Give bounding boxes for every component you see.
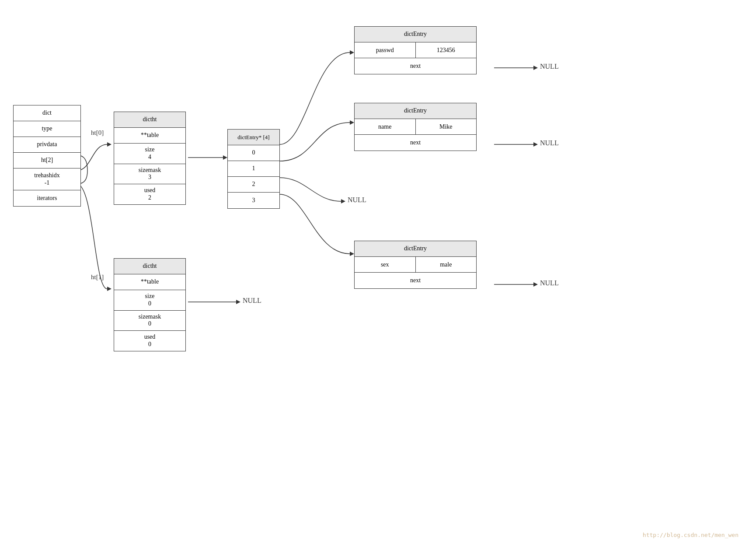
entry-passwd-kv: passwd 123456 [355,42,476,58]
ht1-header: dictht [114,259,185,274]
dict-cell-dict: dict [14,105,80,121]
entry-name-key: name [355,119,416,134]
ht1-sizemask: sizemask0 [114,311,185,331]
svg-marker-8 [341,199,345,203]
ht0-table: **table [114,128,185,144]
svg-marker-15 [533,282,538,287]
svg-marker-13 [533,142,538,147]
svg-marker-7 [350,120,354,125]
svg-marker-11 [533,66,538,70]
ht1-table-null: NULL [243,297,261,305]
array-box: dictEntry* [4] 0 1 2 3 [227,129,280,209]
entry-sex-key: sex [355,257,416,272]
array-2: 2 [228,177,279,193]
array-3: 3 [228,193,279,208]
entry-sex-header: dictEntry [355,241,476,257]
entry-passwd-box: dictEntry passwd 123456 next [354,26,477,74]
array2-null: NULL [348,196,366,204]
entry-name-next: next [355,135,476,151]
ht0-header: dictht [114,112,185,128]
entry-name-box: dictEntry name Mike next [354,103,477,151]
entry-passwd-header: dictEntry [355,27,476,42]
array-0: 0 [228,145,279,161]
dict-cell-ht: ht[2] [14,153,80,168]
entry-sex-next: next [355,273,476,288]
name-null: NULL [540,139,559,147]
entry-sex-box: dictEntry sex male next [354,241,477,289]
ht0-box: dictht **table size4 sizemask3 used2 [114,112,186,205]
svg-marker-0 [107,142,111,147]
ht1-table: **table [114,274,185,290]
dict-cell-rehashidx: trehashidx-1 [14,168,80,190]
svg-marker-3 [223,155,227,160]
entry-passwd-next: next [355,58,476,74]
entry-name-value: Mike [416,119,477,134]
dict-cell-type: type [14,121,80,137]
entry-name-header: dictEntry [355,103,476,119]
entry-passwd-value: 123456 [416,42,477,58]
ht0-label: ht[0] [91,129,104,137]
dict-cell-iterators: iterators [14,190,80,206]
svg-marker-1 [107,287,111,291]
ht0-size: size4 [114,144,185,164]
svg-marker-6 [350,50,354,55]
array-1: 1 [228,161,279,177]
sex-null: NULL [540,279,559,287]
dict-cell-privdata: privdata [14,137,80,153]
ht1-label: ht[1] [91,274,104,281]
array-header: dictEntry* [4] [228,130,279,145]
ht1-box: dictht **table size0 sizemask0 used0 [114,258,186,351]
dict-box: dict type privdata ht[2] trehashidx-1 it… [13,105,81,207]
entry-sex-kv: sex male [355,257,476,273]
ht0-used: used2 [114,184,185,204]
ht0-sizemask: sizemask3 [114,164,185,185]
svg-marker-9 [350,252,354,256]
ht1-size: size0 [114,290,185,311]
entry-passwd-key: passwd [355,42,416,58]
svg-marker-5 [236,300,240,304]
entry-name-kv: name Mike [355,119,476,135]
entry-sex-value: male [416,257,477,272]
ht1-used: used0 [114,331,185,351]
passwd-null: NULL [540,63,559,70]
watermark: http://blog.csdn.net/men_wen [643,532,739,538]
diagram: dict type privdata ht[2] trehashidx-1 it… [0,0,756,547]
